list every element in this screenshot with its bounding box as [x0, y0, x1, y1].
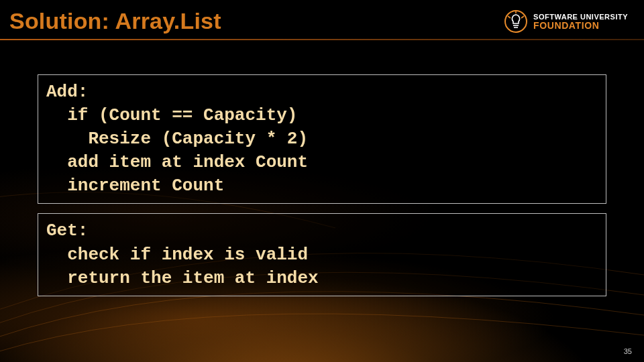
content-area: Add: if (Count == Capacity) Resize (Capa…	[0, 34, 644, 296]
page-title: Solution: Array.List	[9, 8, 221, 34]
code-block-get: Get: check if index is valid return the …	[38, 213, 606, 296]
logo-text-bottom: FOUNDATION	[533, 21, 628, 30]
page-number: 35	[624, 347, 632, 355]
svg-line-3	[508, 16, 511, 18]
code-block-add: Add: if (Count == Capacity) Resize (Capa…	[38, 74, 606, 204]
code-add: Add: if (Count == Capacity) Resize (Capa…	[46, 80, 598, 198]
logo: SOFTWARE UNIVERSITY FOUNDATION	[504, 9, 628, 34]
svg-line-4	[521, 16, 524, 18]
logo-text-top: SOFTWARE UNIVERSITY	[533, 13, 628, 21]
code-get: Get: check if index is valid return the …	[46, 219, 598, 290]
svg-point-0	[505, 11, 527, 32]
lightbulb-icon	[504, 9, 528, 34]
